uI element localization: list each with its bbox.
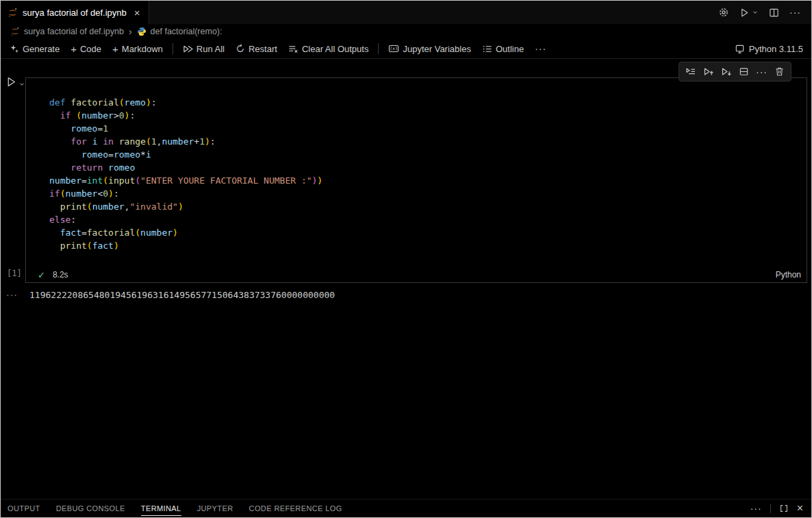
execute-cell-and-below-icon[interactable] xyxy=(719,64,733,79)
restart-icon xyxy=(236,44,245,53)
panel-tab-bar: OUTPUT DEBUG CONSOLE TERMINAL JUPYTER CO… xyxy=(1,499,811,517)
maximize-panel-icon[interactable] xyxy=(779,504,789,513)
delete-cell-icon[interactable] xyxy=(772,64,787,79)
code-line[interactable]: if(number<0): xyxy=(49,187,807,200)
split-editor-icon[interactable] xyxy=(769,8,779,18)
output-menu-icon[interactable]: ··· xyxy=(1,289,24,300)
jupyter-variables-button[interactable]: (x) Jupyter Variables xyxy=(383,41,475,56)
svg-text:(x): (x) xyxy=(390,46,398,51)
notebook-editor: ··· def factorial(remo): if (number>0) xyxy=(1,59,811,499)
sparkle-icon xyxy=(10,44,19,53)
editor-actions: ··· xyxy=(718,1,811,24)
toolbar-more-icon[interactable]: ··· xyxy=(530,42,551,56)
chevron-down-icon xyxy=(752,9,759,16)
panel-tab-jupyter[interactable]: JUPYTER xyxy=(197,504,233,513)
kernel-picker[interactable]: Python 3.11.5 xyxy=(735,44,803,54)
kernel-icon xyxy=(735,44,745,54)
kernel-label: Python 3.11.5 xyxy=(749,44,803,54)
run-all-button[interactable]: Run All xyxy=(178,42,229,56)
vscode-window: surya factorial of def.ipynb × xyxy=(0,0,812,518)
plus-icon: + xyxy=(112,44,118,54)
run-notebook-icon[interactable] xyxy=(739,8,759,18)
cell-duration: 8.2s xyxy=(53,270,68,280)
chevron-down-icon xyxy=(18,81,25,88)
split-cell-icon[interactable] xyxy=(737,64,751,79)
restart-button[interactable]: Restart xyxy=(231,42,282,56)
panel-more-actions-icon[interactable]: ··· xyxy=(750,504,762,513)
more-actions-icon[interactable]: ··· xyxy=(789,8,801,17)
toolbar-divider xyxy=(378,43,379,54)
panel-tab-code-reference-log[interactable]: CODE REFERENCE LOG xyxy=(249,504,342,513)
settings-gear-icon[interactable] xyxy=(718,7,729,18)
panel-actions: ··· × xyxy=(750,503,803,514)
tab-title: surya factorial of def.ipynb xyxy=(23,8,127,18)
cell-toolbar: ··· xyxy=(678,62,791,82)
code-line[interactable]: print(fact) xyxy=(49,239,807,252)
cell-more-actions-icon[interactable]: ··· xyxy=(754,64,769,79)
breadcrumb-symbol[interactable]: def factorial(remo): xyxy=(151,27,223,36)
code-line[interactable]: fact=factorial(number) xyxy=(49,226,807,239)
code-line[interactable]: if (number>0): xyxy=(49,109,807,122)
breadcrumb-file[interactable]: surya factorial of def.ipynb xyxy=(24,27,124,36)
close-panel-icon[interactable]: × xyxy=(797,503,803,514)
run-by-line-icon[interactable] xyxy=(683,64,698,79)
outline-list-icon xyxy=(482,44,492,54)
code-line[interactable]: print(number,"invalid") xyxy=(49,200,807,213)
variables-icon: (x) xyxy=(388,43,399,54)
panel-divider xyxy=(770,504,771,513)
breadcrumb: surya factorial of def.ipynb › def facto… xyxy=(1,24,811,39)
add-markdown-cell-button[interactable]: + Markdown xyxy=(107,42,168,56)
jupyter-logo-icon xyxy=(8,8,18,18)
editor-tab-bar: surya factorial of def.ipynb × xyxy=(1,1,811,24)
execution-count: [1] xyxy=(7,269,22,278)
code-line[interactable]: for i in range(1,number+1): xyxy=(49,135,807,148)
breadcrumb-separator: › xyxy=(129,26,132,37)
output-value: 1196222208654801945619631614956577150643… xyxy=(29,290,335,300)
code-editor[interactable]: def factorial(remo): if (number>0): rome… xyxy=(26,78,807,267)
code-line[interactable]: number=int(input("ENTER YOURE FACTORIAL … xyxy=(49,174,807,187)
notebook-toolbar: Generate + Code + Markdown Run All xyxy=(1,39,811,59)
plus-icon: + xyxy=(71,44,77,54)
add-code-cell-button[interactable]: + Code xyxy=(66,42,106,56)
code-line[interactable]: def factorial(remo): xyxy=(49,96,807,109)
clear-all-outputs-button[interactable]: Clear All Outputs xyxy=(283,42,374,56)
panel-tab-debug-console[interactable]: DEBUG CONSOLE xyxy=(56,504,125,513)
tab-close-icon[interactable]: × xyxy=(134,8,140,18)
jupyter-logo-icon xyxy=(10,27,20,36)
panel-tab-output[interactable]: OUTPUT xyxy=(8,504,40,513)
clear-outputs-icon xyxy=(288,44,299,54)
code-line[interactable]: romeo=romeo*i xyxy=(49,148,807,161)
python-logo-icon xyxy=(137,27,147,36)
cell-status-bar: ✓ 8.2s Python xyxy=(26,267,807,282)
cell-language-picker[interactable]: Python xyxy=(776,270,801,280)
run-all-icon xyxy=(183,44,193,54)
success-check-icon: ✓ xyxy=(38,270,45,280)
code-line[interactable]: romeo=1 xyxy=(49,122,807,135)
code-line[interactable]: else: xyxy=(49,213,807,226)
code-cell: def factorial(remo): if (number>0): rome… xyxy=(25,77,807,283)
editor-tab-notebook[interactable]: surya factorial of def.ipynb × xyxy=(1,1,149,24)
outline-button[interactable]: Outline xyxy=(477,42,529,56)
run-cell-button[interactable] xyxy=(5,76,25,88)
panel-tab-terminal[interactable]: TERMINAL xyxy=(141,504,181,513)
execute-above-cells-icon[interactable] xyxy=(701,64,715,79)
code-line[interactable]: return romeo xyxy=(49,161,807,174)
cell-output: ··· 119622220865480194561963161495657715… xyxy=(1,287,807,302)
play-icon xyxy=(5,76,17,88)
toolbar-divider xyxy=(173,43,173,54)
generate-button[interactable]: Generate xyxy=(5,42,64,56)
